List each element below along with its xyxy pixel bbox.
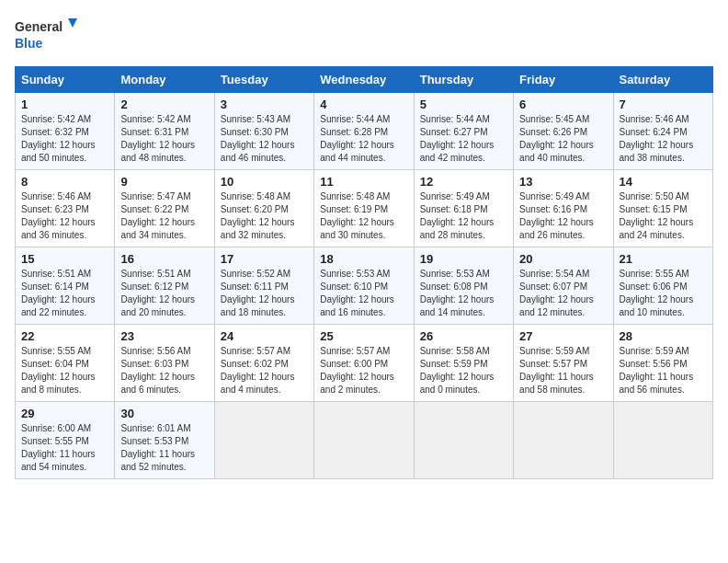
calendar-week-row: 8 Sunrise: 5:46 AMSunset: 6:23 PMDayligh… [16,170,713,247]
calendar-day-cell: 22 Sunrise: 5:55 AMSunset: 6:04 PMDaylig… [16,325,115,402]
day-number: 13 [519,175,607,189]
page-header: General Blue [15,15,713,55]
calendar-week-row: 29 Sunrise: 6:00 AMSunset: 5:55 PMDaylig… [16,402,713,479]
calendar-day-cell: 11 Sunrise: 5:48 AMSunset: 6:19 PMDaylig… [314,170,414,247]
calendar-day-cell [514,402,613,479]
day-number: 14 [620,175,707,189]
calendar-week-row: 15 Sunrise: 5:51 AMSunset: 6:14 PMDaylig… [16,247,713,325]
calendar-week-row: 1 Sunrise: 5:42 AMSunset: 6:32 PMDayligh… [16,93,713,170]
calendar-day-cell [214,402,313,479]
day-info: Sunrise: 5:53 AMSunset: 6:10 PMDaylight:… [320,268,407,319]
day-number: 1 [21,98,108,111]
calendar-table: SundayMondayTuesdayWednesdayThursdayFrid… [15,66,713,479]
logo: General Blue [15,15,79,55]
svg-text:Blue: Blue [15,36,43,51]
day-info: Sunrise: 5:55 AMSunset: 6:04 PMDaylight:… [21,345,108,396]
day-number: 15 [21,252,108,266]
weekday-header: Wednesday [314,67,414,93]
calendar-day-cell: 21 Sunrise: 5:55 AMSunset: 6:06 PMDaylig… [613,247,712,325]
day-info: Sunrise: 5:49 AMSunset: 6:18 PMDaylight:… [420,190,507,242]
calendar-day-cell: 30 Sunrise: 6:01 AMSunset: 5:53 PMDaylig… [115,402,214,479]
calendar-day-cell: 17 Sunrise: 5:52 AMSunset: 6:11 PMDaylig… [214,247,313,325]
calendar-day-cell [613,402,712,479]
calendar-day-cell: 27 Sunrise: 5:59 AMSunset: 5:57 PMDaylig… [514,325,613,402]
day-number: 24 [221,329,308,343]
day-number: 18 [320,252,407,266]
calendar-day-cell: 3 Sunrise: 5:43 AMSunset: 6:30 PMDayligh… [214,93,313,170]
day-number: 22 [21,329,108,343]
day-info: Sunrise: 5:48 AMSunset: 6:19 PMDaylight:… [320,190,407,242]
calendar-day-cell [314,402,414,479]
calendar-day-cell: 8 Sunrise: 5:46 AMSunset: 6:23 PMDayligh… [16,170,115,247]
calendar-day-cell: 18 Sunrise: 5:53 AMSunset: 6:10 PMDaylig… [314,247,414,325]
day-number: 3 [221,98,308,111]
weekday-header: Tuesday [214,67,313,93]
calendar-day-cell: 25 Sunrise: 5:57 AMSunset: 6:00 PMDaylig… [314,325,414,402]
calendar-day-cell: 28 Sunrise: 5:59 AMSunset: 5:56 PMDaylig… [613,325,712,402]
day-info: Sunrise: 5:52 AMSunset: 6:11 PMDaylight:… [221,268,308,319]
day-info: Sunrise: 5:57 AMSunset: 6:02 PMDaylight:… [221,345,308,396]
day-number: 20 [519,252,607,266]
svg-text:General: General [15,19,63,34]
day-number: 10 [221,175,308,189]
day-info: Sunrise: 5:47 AMSunset: 6:22 PMDaylight:… [120,190,208,242]
calendar-day-cell: 23 Sunrise: 5:56 AMSunset: 6:03 PMDaylig… [115,325,214,402]
day-info: Sunrise: 5:42 AMSunset: 6:32 PMDaylight:… [21,113,108,165]
weekday-header: Thursday [414,67,513,93]
day-number: 17 [221,252,308,266]
day-info: Sunrise: 5:59 AMSunset: 5:56 PMDaylight:… [620,345,707,396]
day-info: Sunrise: 5:55 AMSunset: 6:06 PMDaylight:… [620,268,707,319]
day-number: 19 [420,252,507,266]
day-info: Sunrise: 5:51 AMSunset: 6:14 PMDaylight:… [21,268,108,319]
calendar-day-cell: 29 Sunrise: 6:00 AMSunset: 5:55 PMDaylig… [16,402,115,479]
calendar-day-cell: 20 Sunrise: 5:54 AMSunset: 6:07 PMDaylig… [514,247,613,325]
day-info: Sunrise: 5:44 AMSunset: 6:27 PMDaylight:… [420,113,507,165]
calendar-day-cell: 6 Sunrise: 5:45 AMSunset: 6:26 PMDayligh… [514,93,613,170]
calendar-day-cell: 10 Sunrise: 5:48 AMSunset: 6:20 PMDaylig… [214,170,313,247]
day-number: 16 [120,252,208,266]
day-number: 11 [320,175,407,189]
day-number: 26 [420,329,507,343]
calendar-day-cell: 19 Sunrise: 5:53 AMSunset: 6:08 PMDaylig… [414,247,513,325]
day-number: 29 [21,407,108,420]
day-info: Sunrise: 6:00 AMSunset: 5:55 PMDaylight:… [21,422,108,474]
day-info: Sunrise: 5:57 AMSunset: 6:00 PMDaylight:… [320,345,407,396]
calendar-day-cell: 5 Sunrise: 5:44 AMSunset: 6:27 PMDayligh… [414,93,513,170]
day-info: Sunrise: 5:54 AMSunset: 6:07 PMDaylight:… [519,268,607,319]
calendar-day-cell: 26 Sunrise: 5:58 AMSunset: 5:59 PMDaylig… [414,325,513,402]
svg-marker-2 [68,18,77,28]
day-number: 5 [420,98,507,111]
day-number: 2 [120,98,208,111]
logo-svg: General Blue [15,15,79,55]
day-info: Sunrise: 5:46 AMSunset: 6:24 PMDaylight:… [620,113,707,165]
day-number: 8 [21,175,108,189]
day-number: 7 [620,98,707,111]
calendar-day-cell: 9 Sunrise: 5:47 AMSunset: 6:22 PMDayligh… [115,170,214,247]
day-info: Sunrise: 5:59 AMSunset: 5:57 PMDaylight:… [519,345,607,396]
day-info: Sunrise: 5:49 AMSunset: 6:16 PMDaylight:… [519,190,607,242]
day-number: 6 [519,98,607,111]
day-number: 27 [519,329,607,343]
day-number: 23 [120,329,208,343]
calendar-day-cell: 24 Sunrise: 5:57 AMSunset: 6:02 PMDaylig… [214,325,313,402]
day-info: Sunrise: 5:44 AMSunset: 6:28 PMDaylight:… [320,113,407,165]
day-number: 30 [120,407,208,420]
day-number: 25 [320,329,407,343]
calendar-day-cell: 12 Sunrise: 5:49 AMSunset: 6:18 PMDaylig… [414,170,513,247]
calendar-day-cell: 14 Sunrise: 5:50 AMSunset: 6:15 PMDaylig… [613,170,712,247]
day-number: 12 [420,175,507,189]
calendar-day-cell [414,402,513,479]
day-info: Sunrise: 5:48 AMSunset: 6:20 PMDaylight:… [221,190,308,242]
day-info: Sunrise: 5:51 AMSunset: 6:12 PMDaylight:… [120,268,208,319]
calendar-week-row: 22 Sunrise: 5:55 AMSunset: 6:04 PMDaylig… [16,325,713,402]
calendar-day-cell: 7 Sunrise: 5:46 AMSunset: 6:24 PMDayligh… [613,93,712,170]
calendar-day-cell: 1 Sunrise: 5:42 AMSunset: 6:32 PMDayligh… [16,93,115,170]
weekday-header: Saturday [613,67,712,93]
day-number: 21 [620,252,707,266]
day-info: Sunrise: 6:01 AMSunset: 5:53 PMDaylight:… [120,422,208,474]
day-info: Sunrise: 5:56 AMSunset: 6:03 PMDaylight:… [120,345,208,396]
day-info: Sunrise: 5:43 AMSunset: 6:30 PMDaylight:… [221,113,308,165]
day-info: Sunrise: 5:50 AMSunset: 6:15 PMDaylight:… [620,190,707,242]
day-info: Sunrise: 5:42 AMSunset: 6:31 PMDaylight:… [120,113,208,165]
day-info: Sunrise: 5:53 AMSunset: 6:08 PMDaylight:… [420,268,507,319]
